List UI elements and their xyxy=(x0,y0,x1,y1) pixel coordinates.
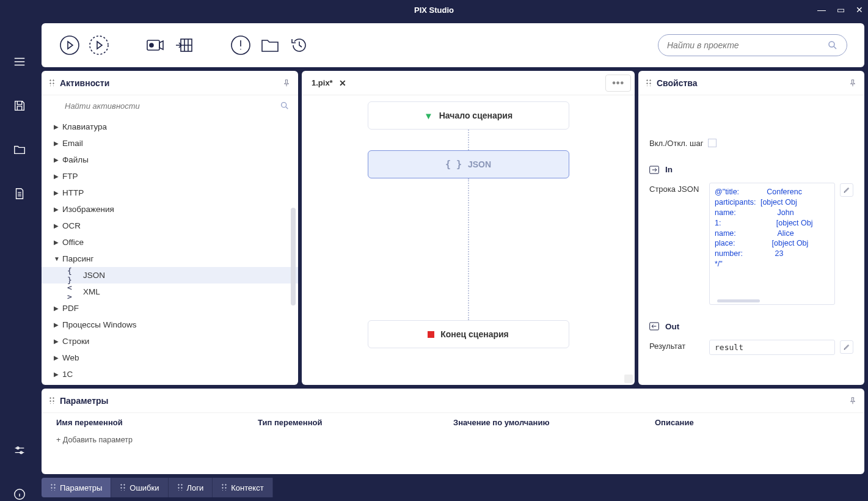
chevron-down-icon: ▼ xyxy=(54,255,62,262)
tree-item[interactable]: ▶Изображения xyxy=(42,201,298,218)
parameters-header[interactable]: Параметры xyxy=(42,389,864,413)
col-variable-name[interactable]: Имя переменной xyxy=(56,418,258,427)
minimize-button[interactable]: — xyxy=(817,5,826,15)
run-step-icon[interactable] xyxy=(88,34,110,56)
grid-import-icon[interactable] xyxy=(173,34,195,56)
chevron-right-icon: ▶ xyxy=(54,123,62,130)
grip-icon xyxy=(49,397,55,405)
menu-icon[interactable] xyxy=(13,55,26,68)
flow-start-node[interactable]: ▼ Начало сценария xyxy=(368,101,569,130)
footer-tab-context[interactable]: Контекст xyxy=(213,478,272,497)
out-label: Out xyxy=(665,322,679,331)
tree-item[interactable]: ▶Клавиатура xyxy=(42,119,298,135)
tab-close-icon[interactable]: ✕ xyxy=(339,78,346,88)
window-controls: — ▭ ✕ xyxy=(817,5,863,15)
tree-child[interactable]: { }JSON xyxy=(42,267,298,283)
tree-item[interactable]: ▶Строки xyxy=(42,333,298,349)
tree-item[interactable]: ▶Процессы Windows xyxy=(42,316,298,333)
pin-icon[interactable] xyxy=(848,397,857,405)
run-icon[interactable] xyxy=(59,34,81,56)
tree-item-label: Email xyxy=(62,139,83,148)
tab-overflow-button[interactable]: ••• xyxy=(605,75,631,92)
json-string-value[interactable]: @"title: Conferenc participants: [object… xyxy=(709,183,835,305)
activities-search-input[interactable] xyxy=(50,101,280,111)
edit-button[interactable] xyxy=(840,183,853,197)
record-icon[interactable] xyxy=(144,34,166,56)
json-string-row: Строка JSON @"title: Conferenc participa… xyxy=(649,183,853,305)
toggle-step-checkbox[interactable] xyxy=(708,139,717,147)
tree-item[interactable]: ▶Office xyxy=(42,234,298,250)
activities-header[interactable]: Активности xyxy=(42,71,298,95)
col-variable-type[interactable]: Тип переменной xyxy=(258,418,453,427)
col-default-value[interactable]: Значение по умолчанию xyxy=(453,418,655,427)
tree-item[interactable]: ▶OCR xyxy=(42,218,298,234)
folder-icon[interactable] xyxy=(13,143,26,156)
scrollbar-thumb[interactable] xyxy=(717,299,760,302)
document-icon[interactable] xyxy=(13,187,26,200)
grip-icon xyxy=(221,483,227,492)
flow-end-node[interactable]: Конец сценария xyxy=(368,320,569,348)
json-string-label: Строка JSON xyxy=(649,183,704,194)
svg-point-4 xyxy=(90,36,108,54)
chevron-right-icon: ▶ xyxy=(54,321,62,328)
grip-icon xyxy=(177,483,183,492)
edit-button[interactable] xyxy=(840,340,853,354)
close-button[interactable]: ✕ xyxy=(856,5,863,15)
info-icon[interactable] xyxy=(13,488,26,501)
settings-icon[interactable] xyxy=(13,444,26,457)
flow-json-node[interactable]: { } JSON xyxy=(368,150,569,178)
grip-icon xyxy=(50,483,56,492)
in-icon xyxy=(649,166,659,174)
history-icon[interactable] xyxy=(288,34,310,56)
chevron-right-icon: ▶ xyxy=(54,338,62,345)
maximize-button[interactable]: ▭ xyxy=(837,5,845,15)
warning-icon[interactable] xyxy=(230,34,252,56)
pin-icon[interactable] xyxy=(848,79,857,87)
type-icon: { } xyxy=(67,266,78,285)
tree-child[interactable]: < >XML xyxy=(42,283,298,300)
tree-item[interactable]: ▶1C xyxy=(42,366,298,382)
out-section[interactable]: Out xyxy=(649,322,853,331)
project-search[interactable] xyxy=(658,34,847,56)
parameters-panel: Параметры Имя переменной Тип переменной … xyxy=(42,389,864,474)
tree-item[interactable]: ▶Email xyxy=(42,135,298,152)
in-section[interactable]: In xyxy=(649,165,853,174)
file-tab[interactable]: 1.pix* ✕ xyxy=(305,71,352,95)
project-search-input[interactable] xyxy=(667,40,827,50)
app-title: PIX Studio xyxy=(414,5,454,15)
play-icon: ▼ xyxy=(424,111,433,121)
tree-item-label: Изображения xyxy=(62,205,114,214)
open-folder-icon[interactable] xyxy=(259,34,281,56)
scrollbar-thumb[interactable] xyxy=(291,208,296,305)
stop-icon xyxy=(428,331,434,338)
activities-search[interactable] xyxy=(42,95,298,116)
tab-bar: 1.pix* ✕ ••• xyxy=(302,71,635,95)
tree-item-label: FTP xyxy=(62,172,78,181)
tree-item[interactable]: ▶PDF xyxy=(42,300,298,316)
left-rail xyxy=(0,20,39,501)
pin-icon[interactable] xyxy=(282,79,291,87)
result-value[interactable]: result xyxy=(709,340,835,355)
footer-tab-parameters[interactable]: Параметры xyxy=(42,478,111,497)
tree-item-label: PDF xyxy=(62,304,79,313)
canvas[interactable]: ▼ Начало сценария { } JSON Конец сценари… xyxy=(302,95,635,385)
tree-item[interactable]: ▶Файлы xyxy=(42,152,298,168)
tree-item[interactable]: ▼Парсинг xyxy=(42,250,298,267)
tree-item[interactable]: ▶Web xyxy=(42,349,298,366)
chevron-right-icon: ▶ xyxy=(54,156,62,163)
properties-header[interactable]: Свойства xyxy=(638,71,864,95)
tree-child-label: XML xyxy=(83,287,100,296)
add-parameter-button[interactable]: + Добавить параметр xyxy=(42,432,864,448)
node-label: JSON xyxy=(468,159,491,169)
save-icon[interactable] xyxy=(13,99,26,112)
tree-item[interactable]: ▶HTTP xyxy=(42,185,298,201)
footer-tab-errors[interactable]: Ошибки xyxy=(111,478,168,497)
parameters-columns: Имя переменной Тип переменной Значение п… xyxy=(42,413,864,432)
toggle-step-row: Вкл./Откл. шаг xyxy=(649,137,853,148)
tree-item[interactable]: ▶FTP xyxy=(42,168,298,185)
footer-tab-logs[interactable]: Логи xyxy=(169,478,213,497)
braces-icon: { } xyxy=(445,159,462,170)
col-description[interactable]: Описание xyxy=(655,418,694,427)
parameters-title: Параметры xyxy=(60,396,109,406)
in-label: In xyxy=(665,165,673,174)
